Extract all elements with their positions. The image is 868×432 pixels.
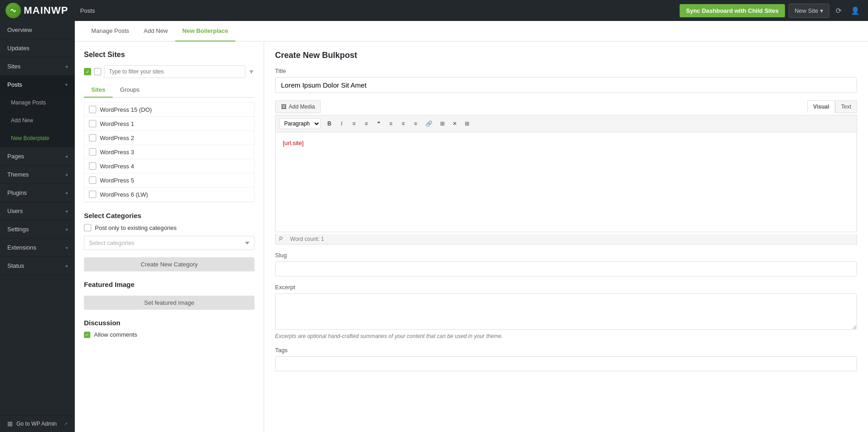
blockquote-button[interactable]: ❝ [373, 119, 384, 129]
set-featured-image-button[interactable]: Set featured image [84, 296, 255, 310]
allow-comments-checkbox[interactable]: ✓ [84, 332, 90, 338]
categories-dropdown-wrapper: Select categories [84, 236, 255, 250]
logo-icon [5, 3, 21, 18]
subnav-manage-posts[interactable]: Manage Posts [84, 21, 136, 42]
sidebar-item-posts[interactable]: Posts ▾ [0, 76, 75, 94]
site-checkbox-wp2[interactable] [89, 134, 96, 141]
sidebar-item-plugins[interactable]: Plugins ◂ [0, 184, 75, 202]
ordered-list-button[interactable]: ≡ [361, 119, 372, 129]
content-area: Manage Posts Add New New Boilerplace Sel… [75, 21, 868, 432]
link-button[interactable]: 🔗 [422, 119, 436, 129]
excerpt-hint: Excerpts are optional hand-crafted summa… [275, 333, 857, 339]
sidebar-item-updates[interactable]: Updates [0, 39, 75, 57]
editor-url-tag: [url.site] [283, 140, 304, 146]
sidebar-item-themes[interactable]: Themes ◂ [0, 166, 75, 184]
site-filter-input[interactable] [104, 65, 245, 78]
tags-input[interactable] [275, 356, 857, 371]
site-checkbox-wp5[interactable] [89, 177, 96, 184]
sidebar-item-new-boilerplate[interactable]: New Boilerplate [0, 130, 75, 147]
site-checkbox-wp4[interactable] [89, 162, 96, 170]
chevron-right-icon-status: ◂ [65, 263, 68, 268]
list-item: WordPress 1 [84, 117, 254, 131]
sidebar-item-sites[interactable]: Sites ◂ [0, 57, 75, 76]
sidebar-item-users[interactable]: Users ◂ [0, 202, 75, 220]
list-item: WordPress 7 (LW) [84, 202, 254, 203]
editor-area[interactable]: [url.site] [275, 132, 857, 232]
refresh-icon[interactable]: ⟳ [833, 5, 844, 17]
sidebar-item-manage-posts[interactable]: Manage Posts [0, 94, 75, 112]
deselect-checkbox[interactable] [94, 68, 101, 75]
page-title: Posts [80, 7, 95, 14]
user-icon[interactable]: 👤 [848, 5, 863, 17]
categories-select[interactable]: Select categories [84, 236, 255, 250]
content-body: Select Sites ✓ ▼ Sites Groups WordPress … [75, 42, 868, 432]
tab-visual[interactable]: Visual [807, 100, 835, 113]
list-item: WordPress 5 [84, 173, 254, 187]
subnav-add-new[interactable]: Add New [136, 21, 175, 42]
tab-text[interactable]: Text [835, 100, 857, 113]
media-icon: 🖼 [281, 104, 286, 110]
wp-icon: ⊞ [7, 420, 13, 427]
excerpt-textarea[interactable] [275, 293, 857, 330]
bold-button[interactable]: B [324, 119, 335, 129]
site-checkbox-wp3[interactable] [89, 148, 96, 156]
sync-button[interactable]: Sync Dashboard with Child Sites [680, 4, 785, 17]
align-right-button[interactable]: ≡ [410, 119, 421, 129]
create-bulkpost-title: Create New Bulkpost [275, 51, 857, 60]
site-checkbox-wp15[interactable] [89, 106, 96, 113]
post-only-checkbox[interactable] [84, 224, 91, 231]
chevron-right-icon: ◂ [65, 64, 68, 69]
view-tabs: Visual Text [807, 100, 857, 113]
subnav-new-boilerplace[interactable]: New Boilerplace [175, 21, 235, 42]
list-item: WordPress 2 [84, 131, 254, 145]
site-checkbox-wp6[interactable] [89, 191, 96, 198]
discussion-title: Discussion [84, 319, 255, 327]
chevron-right-icon-extensions: ◂ [65, 245, 68, 250]
site-checkbox-wp1[interactable] [89, 120, 96, 127]
sidebar-item-add-new[interactable]: Add New [0, 112, 75, 130]
mainwp-logo: MAINWP [5, 3, 68, 18]
allow-comments-option: ✓ Allow comments [84, 331, 255, 338]
filter-icon[interactable]: ▼ [248, 68, 255, 75]
tags-field: Tags [275, 347, 857, 371]
paragraph-select[interactable]: Paragraph [279, 118, 321, 129]
select-categories-title: Select Categories [84, 212, 255, 219]
create-category-button[interactable]: Create New Category [84, 257, 255, 271]
slug-input[interactable] [275, 261, 857, 276]
sidebar-item-pages[interactable]: Pages ◂ [0, 147, 75, 166]
insert-table-button[interactable]: ⊞ [437, 119, 448, 129]
tab-sites[interactable]: Sites [84, 83, 113, 98]
chevron-right-icon-users: ◂ [65, 208, 68, 213]
chevron-down-icon: ▾ [65, 82, 68, 87]
site-panel-tabs: Sites Groups [84, 83, 255, 98]
left-panel: Select Sites ✓ ▼ Sites Groups WordPress … [75, 42, 264, 432]
select-all-checkbox[interactable]: ✓ [84, 68, 91, 75]
right-panel: Create New Bulkpost Title 🖼 Add Media Vi… [264, 42, 868, 432]
slug-label: Slug [275, 252, 857, 259]
italic-button[interactable]: I [336, 119, 347, 129]
word-count: Word count: 1 [290, 236, 324, 242]
chevron-right-icon-plugins: ◂ [65, 190, 68, 195]
new-site-button[interactable]: New Site ▾ [789, 4, 829, 18]
sidebar-item-overview[interactable]: Overview [0, 21, 75, 39]
align-center-button[interactable]: ≡ [398, 119, 409, 129]
more-button[interactable]: ✕ [449, 119, 460, 129]
header-right: Sync Dashboard with Child Sites New Site… [680, 4, 863, 18]
sidebar: Overview Updates Sites ◂ Posts ▾ Manage … [0, 21, 75, 432]
top-header: MAINWP Posts Sync Dashboard with Child S… [0, 0, 868, 21]
align-left-button[interactable]: ≡ [385, 119, 396, 129]
title-input[interactable] [275, 77, 857, 93]
editor-status-bar: P Word count: 1 [275, 234, 857, 245]
sidebar-item-extensions[interactable]: Extensions ◂ [0, 239, 75, 257]
select-sites-title: Select Sites [84, 51, 255, 59]
fullscreen-button[interactable]: ⊞ [462, 119, 473, 129]
list-item: WordPress 3 [84, 145, 254, 159]
tab-groups[interactable]: Groups [113, 83, 147, 98]
unordered-list-button[interactable]: ≡ [348, 119, 359, 129]
wp-admin-link[interactable]: ⊞ Go to WP Admin ↗ [0, 415, 75, 432]
chevron-right-icon-settings: ◂ [65, 227, 68, 232]
sidebar-item-status[interactable]: Status ◂ [0, 257, 75, 275]
chevron-right-icon-themes: ◂ [65, 172, 68, 177]
add-media-button[interactable]: 🖼 Add Media [275, 100, 321, 113]
sidebar-item-settings[interactable]: Settings ◂ [0, 220, 75, 239]
